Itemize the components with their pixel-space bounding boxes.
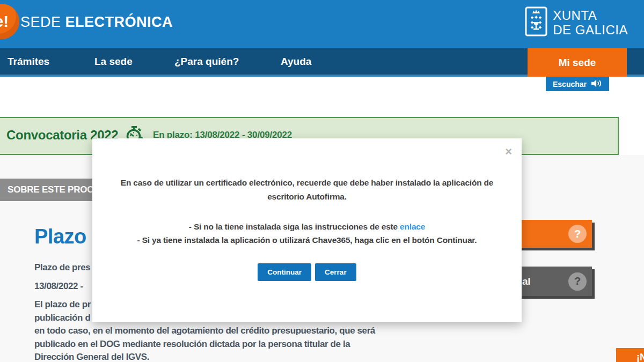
- plazo-line-presentation: Plazo de pres: [34, 262, 90, 273]
- corner-badge-label: ¡N: [636, 352, 644, 362]
- nav-item-ayuda[interactable]: Ayuda: [281, 48, 311, 75]
- listen-button[interactable]: Escuchar: [546, 77, 609, 91]
- help-glyph: ?: [574, 275, 581, 287]
- sede-logo-glyph: e!: [0, 12, 9, 31]
- main-nav: Trámites La sede ¿Para quién? Ayuda Mi s…: [0, 48, 644, 77]
- plazo-heading: Plazo: [34, 225, 86, 248]
- modal-instruction-1: - Si no la tiene instalada siga las inst…: [92, 220, 522, 233]
- modal-instruction-1-text: - Si no la tiene instalada siga las inst…: [189, 222, 400, 231]
- modal-intro-line1: En caso de utilizar un certificado elect…: [92, 176, 522, 190]
- corner-badge[interactable]: ¡N: [616, 348, 644, 362]
- autofirma-modal: × En caso de utilizar un certificado ele…: [92, 138, 522, 322]
- modal-instructions: - Si no la tiene instalada siga las inst…: [92, 220, 522, 247]
- continuar-button[interactable]: Continuar: [258, 263, 311, 281]
- site-title-light: SEDE: [20, 14, 61, 30]
- paragraph-line: publicado en el DOG mediante resolución …: [34, 338, 375, 351]
- paragraph-line: Dirección General del IGVS.: [34, 351, 375, 362]
- listen-label: Escuchar: [553, 80, 587, 88]
- modal-intro-line2: escritorio Autofirma.: [92, 190, 522, 204]
- help-icon[interactable]: ?: [568, 225, 587, 243]
- section-tab-label: SOBRE ESTE PROCE: [8, 184, 100, 195]
- xunta-shield-icon: [525, 6, 547, 39]
- help-icon[interactable]: ?: [568, 272, 587, 291]
- nav-item-mi-sede[interactable]: Mi sede: [528, 48, 627, 77]
- xunta-logo[interactable]: XUNTA DE GALICIA: [525, 6, 628, 39]
- cerrar-button[interactable]: Cerrar: [315, 263, 356, 281]
- modal-instruction-2: - Si ya tiene instalada la aplicación o …: [92, 233, 522, 247]
- xunta-line2: DE GALICIA: [553, 23, 628, 37]
- plazo-line-dates: 13/08/2022 -: [34, 281, 83, 292]
- nav-item-tramites[interactable]: Trámites: [8, 48, 49, 75]
- speaker-icon: [591, 79, 602, 89]
- xunta-line1: XUNTA: [553, 8, 628, 23]
- paragraph-line: en todo caso, en el momento del agotamie…: [34, 324, 375, 338]
- sede-logo-icon[interactable]: e!: [0, 4, 19, 39]
- enlace-link[interactable]: enlace: [400, 222, 425, 231]
- nav-item-para-quien[interactable]: ¿Para quién?: [174, 48, 239, 75]
- secondary-action-label: al: [522, 276, 530, 287]
- site-title-bold: ELECTRÓNICA: [65, 14, 173, 30]
- xunta-wordmark: XUNTA DE GALICIA: [553, 8, 628, 37]
- site-title[interactable]: SEDE ELECTRÓNICA: [20, 14, 173, 31]
- nav-item-la-sede[interactable]: La sede: [94, 48, 133, 75]
- page: e! SEDE ELECTRÓNICA: [0, 0, 644, 362]
- help-glyph: ?: [574, 228, 581, 240]
- modal-button-row: Continuar Cerrar: [92, 263, 522, 281]
- modal-intro-text: En caso de utilizar un certificado elect…: [92, 176, 522, 204]
- close-icon[interactable]: ×: [505, 146, 512, 158]
- site-header: e! SEDE ELECTRÓNICA: [0, 0, 644, 48]
